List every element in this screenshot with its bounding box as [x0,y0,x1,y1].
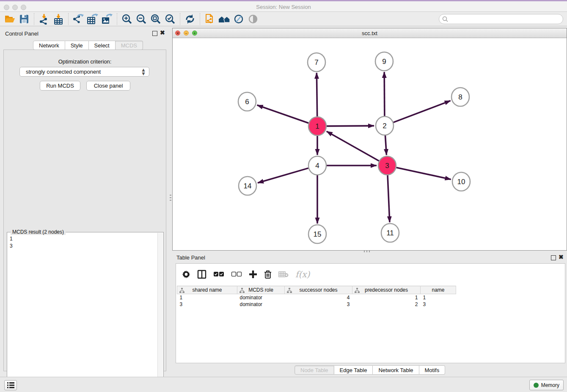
graph-edge-3-10[interactable] [396,168,451,179]
graph-node-4[interactable]: 4 [308,156,326,175]
select-all-icon[interactable] [213,271,224,277]
graph-node-3[interactable]: 3 [378,156,396,175]
graph-node-8[interactable]: 8 [451,88,469,106]
mcds-panel-body: Optimization criterion: strongly connect… [3,50,166,371]
search-field[interactable] [439,14,563,24]
graph-edge-4-14[interactable] [258,168,308,183]
memory-button[interactable]: Memory [529,380,564,390]
mcds-result-text[interactable]: 1 3 [10,235,13,250]
tree-icon [287,288,292,294]
svg-text:11: 11 [386,229,394,237]
table-toolbar: f(x) [179,266,310,282]
export-table-icon[interactable] [85,13,100,25]
tab-mcds[interactable]: MCDS [116,41,143,50]
horizontal-splitter[interactable] [364,251,370,252]
zoom-selected-icon[interactable] [163,13,177,25]
graph-edge-2-8[interactable] [394,101,451,122]
tab-motifs[interactable]: Motifs [419,365,446,375]
trash-icon[interactable] [264,270,272,279]
graph-edge-1-7[interactable] [317,73,317,117]
export-image-icon[interactable] [100,13,114,25]
toolbar-separator [34,13,34,25]
svg-text:4: 4 [315,162,319,170]
close-panel-button[interactable]: Close panel [86,81,130,91]
memory-label: Memory [541,382,559,388]
list-icon [7,382,14,388]
delete-table-icon [278,271,289,278]
main-toolbar [0,12,567,26]
zoom-fit-icon[interactable] [149,13,163,25]
close-panel-icon[interactable]: ✖ [559,254,564,260]
table-panel-title: Table Panel [176,254,205,261]
search-input[interactable] [448,15,563,23]
zoom-in-icon[interactable] [120,13,134,25]
gear-icon[interactable] [182,270,190,279]
columns-icon[interactable] [197,270,206,279]
svg-text:9: 9 [382,58,386,66]
column-header-mcds-role[interactable]: MCDS role [237,286,285,294]
column-header-successor-nodes[interactable]: successor nodes [285,286,352,294]
criterion-select[interactable]: strongly connected component ▲▼ [19,67,149,77]
eye-icon [246,13,260,25]
graph-node-9[interactable]: 9 [375,52,393,71]
table-row[interactable]: 3 dominator 3 2 3 [177,301,456,308]
export-network-icon[interactable] [71,13,85,25]
svg-text:15: 15 [314,230,322,238]
home-icon[interactable] [217,13,231,25]
zoom-out-icon[interactable] [134,13,149,25]
vertical-splitter[interactable] [170,195,171,201]
result-scrollbar[interactable] [157,233,163,392]
float-panel-icon[interactable] [551,255,556,260]
graph-edge-1-6[interactable] [257,105,309,123]
svg-text:1: 1 [315,122,319,130]
save-icon[interactable] [17,13,31,25]
import-network-icon[interactable] [37,13,51,25]
main-titlebar: Session: New Session [0,0,567,12]
tree-icon [355,288,360,294]
no-style-icon[interactable] [231,13,246,25]
tab-node-table[interactable]: Node Table [295,365,334,375]
criterion-value: strongly connected component [26,69,101,75]
graph-node-1[interactable]: 1 [308,117,326,135]
tab-select[interactable]: Select [89,41,116,50]
function-icon: f(x) [295,269,310,279]
close-panel-icon[interactable]: ✖ [160,29,165,36]
control-panel-tabs: Network Style Select MCDS [33,41,143,50]
task-history-button[interactable] [4,380,17,390]
tab-network[interactable]: Network [33,41,65,50]
graph-node-7[interactable]: 7 [308,53,325,72]
add-icon[interactable] [249,270,257,279]
deselect-all-icon[interactable] [231,271,242,277]
column-header-predecessor-nodes[interactable]: predecessor nodes [352,286,421,294]
graph-edge-3-1[interactable] [327,131,379,161]
table-row[interactable]: 1 dominator 4 1 1 [177,294,456,301]
toolbar-separator [68,13,69,25]
open-folder-icon[interactable] [3,13,17,25]
network-window-titlebar[interactable]: ✕ − + scc.txt [173,28,567,38]
graph-edge-3-11[interactable] [388,175,390,222]
svg-text:8: 8 [458,93,462,101]
refresh-icon[interactable] [183,13,197,25]
tab-network-table[interactable]: Network Table [373,365,419,375]
run-mcds-button[interactable]: Run MCDS [40,81,80,91]
graph-edge-2-9[interactable] [384,72,385,116]
graph-node-14[interactable]: 14 [239,177,256,195]
svg-text:10: 10 [457,178,465,186]
new-network-file-icon[interactable] [203,13,217,25]
graph-node-11[interactable]: 11 [381,224,399,242]
tab-edge-table[interactable]: Edge Table [334,365,373,375]
import-table-icon[interactable] [51,13,66,25]
column-header-name[interactable]: name [421,286,456,294]
graph-node-10[interactable]: 10 [452,172,470,191]
tab-style[interactable]: Style [65,41,89,50]
network-graph-canvas[interactable]: 1234678910111415 [173,38,567,250]
graph-node-15[interactable]: 15 [308,225,326,243]
graph-node-2[interactable]: 2 [376,116,394,135]
graph-edge-2-3[interactable] [385,135,386,155]
graph-node-6[interactable]: 6 [238,92,256,111]
float-panel-icon[interactable] [152,31,157,36]
optimization-criterion-label: Optimization criterion: [4,58,166,65]
svg-text:3: 3 [385,162,389,170]
column-header-shared-name[interactable]: shared name [177,286,237,294]
graph-edge-1-2[interactable] [327,126,374,126]
